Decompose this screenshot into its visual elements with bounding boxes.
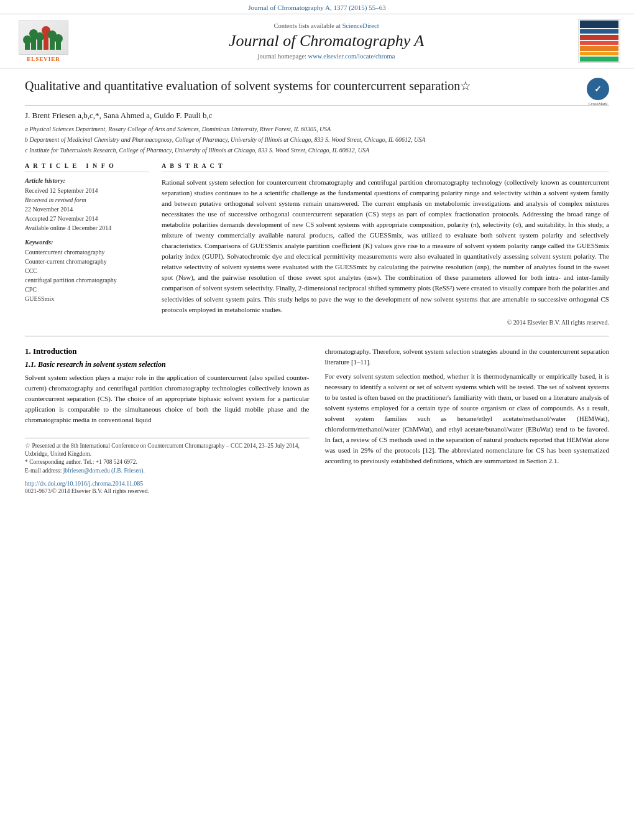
svg-rect-3 xyxy=(44,33,48,50)
affil-c: c Institute for Tuberculosis Research, C… xyxy=(25,145,609,155)
main-divider xyxy=(25,336,609,336)
abstract-col: A B S T R A C T Rational solvent system … xyxy=(162,162,609,326)
issn-text: 0021-9673/© 2014 Elsevier B.V. All right… xyxy=(25,488,310,494)
accepted-date: Accepted 27 November 2014 xyxy=(25,215,149,223)
section-1-title: 1. Introduction xyxy=(25,346,310,356)
header-area: ELSEVIER Contents lists available at Sci… xyxy=(0,14,634,68)
svg-point-11 xyxy=(54,34,63,43)
email-link: jbfriesen@dom.edu (J.B. Friesen). xyxy=(63,468,145,474)
authors-text: J. Brent Friesen a,b,c,*, Sana Ahmed a, … xyxy=(25,111,213,120)
doi-link[interactable]: http://dx.doi.org/10.1016/j.chroma.2014.… xyxy=(25,480,310,487)
body-left-text: Solvent system selection plays a major r… xyxy=(25,372,310,425)
article-info-abstract: A R T I C L E I N F O Article history: R… xyxy=(25,162,609,326)
body-right-col: chromatography. Therefore, solvent syste… xyxy=(325,346,610,494)
email-footnote: E-mail address: jbfriesen@dom.edu (J.B. … xyxy=(25,467,310,475)
homepage-line: journal homepage: www.elsevier.com/locat… xyxy=(75,53,578,60)
svg-point-8 xyxy=(35,32,44,41)
top-bar: Journal of Chromatography A, 1377 (2015)… xyxy=(0,0,634,14)
article-title-section: Qualitative and quantitative evaluation … xyxy=(25,78,609,106)
affiliations: a Physical Sciences Department, Rosary C… xyxy=(25,124,609,155)
available-date: Available online 4 December 2014 xyxy=(25,224,149,233)
body-left-col: 1. Introduction 1.1. Basic research in s… xyxy=(25,346,310,494)
abstract-text: Rational solvent system selection for co… xyxy=(162,177,609,315)
crossmark-badge: ✓ CrossMark xyxy=(587,78,609,100)
copyright-line: © 2014 Elsevier B.V. All rights reserved… xyxy=(162,319,609,326)
keyword-1: Countercurrent chromatography xyxy=(25,247,149,257)
keyword-5: CPC xyxy=(25,285,149,294)
contents-line: Contents lists available at ScienceDirec… xyxy=(75,22,578,29)
abstract-header: A B S T R A C T xyxy=(162,162,609,172)
subsection-1-1-title: 1.1. Basic research in solvent system se… xyxy=(25,360,310,369)
elsevier-logo: ELSEVIER xyxy=(12,21,75,62)
authors-line: J. Brent Friesen a,b,c,*, Sana Ahmed a, … xyxy=(25,111,609,121)
body-right-text-1: chromatography. Therefore, solvent syste… xyxy=(325,346,610,467)
keyword-3: CCC xyxy=(25,266,149,275)
svg-point-6 xyxy=(23,35,32,44)
keyword-4: centrifugal partition chromatography xyxy=(25,275,149,285)
article-info-col: A R T I C L E I N F O Article history: R… xyxy=(25,162,149,326)
journal-thumb xyxy=(578,19,622,63)
header-center: Contents lists available at ScienceDirec… xyxy=(75,22,578,60)
homepage-link[interactable]: www.elsevier.com/locate/chroma xyxy=(308,53,395,60)
keywords-label: Keywords: xyxy=(25,239,149,246)
revised-date: 22 November 2014 xyxy=(25,205,149,214)
revised-label: Received in revised form xyxy=(25,196,149,205)
journal-citation: Journal of Chromatography A, 1377 (2015)… xyxy=(248,4,386,11)
elsevier-brand: ELSEVIER xyxy=(27,56,60,62)
keyword-2: Counter-current chromatography xyxy=(25,257,149,266)
body-content: 1. Introduction 1.1. Basic research in s… xyxy=(25,346,609,494)
footnote-1: ☆ Presented at the 8th International Con… xyxy=(25,442,310,459)
footnotes: ☆ Presented at the 8th International Con… xyxy=(25,438,310,494)
received-date: Received 12 September 2014 xyxy=(25,187,149,195)
svg-rect-1 xyxy=(31,36,36,50)
keyword-6: GUESSmix xyxy=(25,294,149,303)
affil-a: a Physical Sciences Department, Rosary C… xyxy=(25,124,609,134)
article-title: Qualitative and quantitative evaluation … xyxy=(25,78,577,94)
crossmark-icon: ✓ xyxy=(587,78,609,100)
history-label: Article history: xyxy=(25,177,149,184)
journal-title: Journal of Chromatography A xyxy=(75,32,578,50)
affil-b: b Department of Medicinal Chemistry and … xyxy=(25,135,609,144)
footnote-2: * Corresponding author. Tel.: +1 708 524… xyxy=(25,458,310,466)
article-info-header: A R T I C L E I N F O xyxy=(25,162,149,172)
sciencedirect-link[interactable]: ScienceDirect xyxy=(342,22,379,29)
